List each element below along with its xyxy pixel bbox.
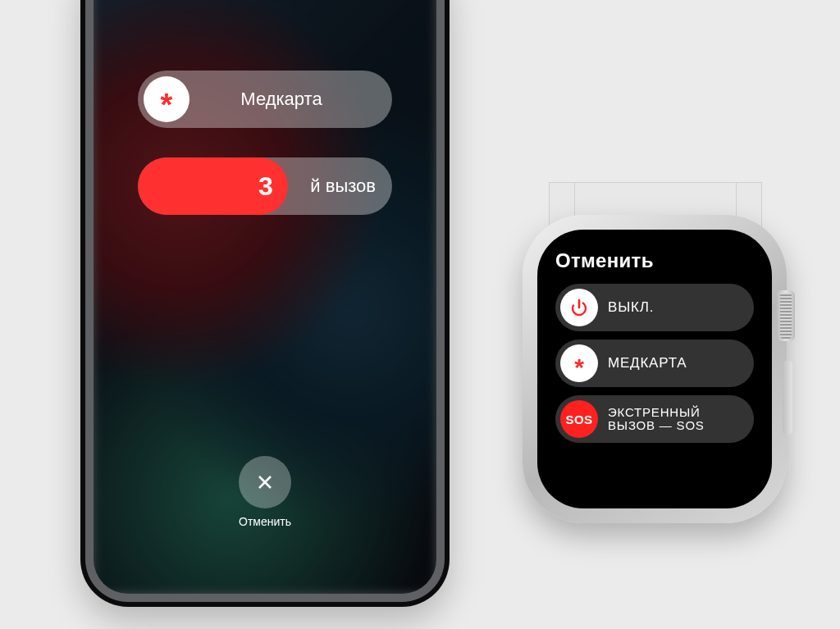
sos-icon: SOS: [560, 400, 598, 438]
cancel-group: Отменить: [94, 456, 436, 528]
iphone-screen: * Медкарта 3 й вызов Отменить: [94, 0, 436, 594]
iphone-content: * Медкарта 3 й вызов Отменить: [94, 0, 436, 594]
watch-medical-id-slider[interactable]: * МЕДКАРТА: [555, 340, 754, 387]
watch-cancel-title[interactable]: Отменить: [555, 249, 754, 272]
watch-screen: Отменить ВЫКЛ. * МЕДКАРТА: [537, 230, 772, 508]
asterisk-icon: *: [560, 344, 598, 382]
emergency-sos-slider[interactable]: 3 й вызов: [138, 157, 392, 215]
sos-remaining-label: й вызов: [310, 175, 376, 197]
sos-countdown-fill: 3: [138, 157, 288, 215]
digital-crown[interactable]: [777, 290, 795, 341]
side-button[interactable]: [783, 361, 792, 435]
cancel-button[interactable]: [239, 456, 291, 508]
apple-watch-device: Отменить ВЫКЛ. * МЕДКАРТА: [503, 215, 806, 523]
power-icon: [560, 289, 598, 326]
medical-id-slider[interactable]: * Медкарта: [138, 71, 392, 128]
iphone-device: * Медкарта 3 й вызов Отменить: [80, 0, 450, 607]
watch-case: Отменить ВЫКЛ. * МЕДКАРТА: [523, 215, 787, 523]
power-off-slider[interactable]: ВЫКЛ.: [555, 284, 754, 331]
close-icon: [255, 472, 275, 492]
watch-sos-slider[interactable]: SOS ЭКСТРЕННЫЙ ВЫЗОВ — SOS: [555, 395, 754, 443]
sos-countdown-number: 3: [258, 171, 273, 202]
asterisk-icon: *: [144, 76, 189, 122]
cancel-label: Отменить: [239, 515, 291, 528]
